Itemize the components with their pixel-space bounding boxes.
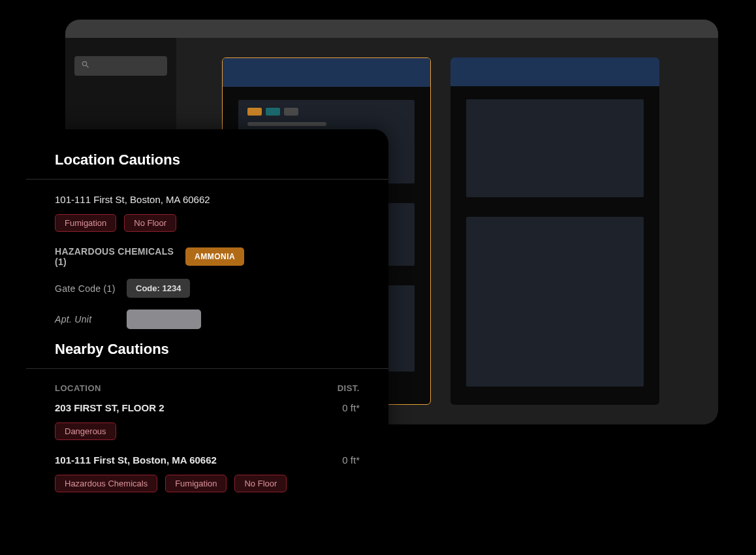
- gate-code-value[interactable]: Code: 1234: [127, 279, 190, 298]
- caution-tag-hazardous-chemicals[interactable]: Hazardous Chemicals: [55, 475, 157, 492]
- search-icon: [81, 60, 90, 72]
- nearby-location-row[interactable]: 101-111 First St, Boston, MA 60662 0 ft*: [55, 454, 360, 466]
- caution-tag-fumigation[interactable]: Fumigation: [55, 214, 116, 232]
- card-header: [450, 57, 659, 86]
- skeleton-tag: [247, 108, 262, 116]
- window-titlebar: [65, 20, 718, 38]
- nearby-location: 101-111 First St, Boston, MA 60662: [55, 454, 217, 466]
- nearby-tags: Hazardous Chemicals Fumigation No Floor: [55, 475, 360, 492]
- col-distance: DIST.: [338, 383, 360, 393]
- incident-card[interactable]: [450, 57, 659, 405]
- search-input[interactable]: [74, 56, 167, 76]
- apt-unit-row: Apt. Unit: [55, 309, 360, 329]
- skeleton-tag: [284, 108, 298, 116]
- hazardous-chemicals-label: HAZARDOUS CHEMICALS (1): [55, 246, 185, 267]
- skeleton-line: [247, 122, 326, 126]
- apt-unit-input[interactable]: [127, 309, 201, 329]
- apt-unit-label: Apt. Unit: [55, 314, 127, 325]
- nearby-cautions-title: Nearby Cautions: [26, 341, 388, 369]
- cautions-panel: Location Cautions 101-111 First St, Bost…: [26, 129, 388, 533]
- nearby-location-row[interactable]: 203 FIRST ST, FLOOR 2 0 ft*: [55, 402, 360, 413]
- caution-tag-dangerous[interactable]: Dangerous: [55, 422, 116, 440]
- chemical-tag-ammonia[interactable]: AMMONIA: [185, 247, 244, 266]
- col-location: LOCATION: [55, 383, 101, 393]
- location-cautions-title: Location Cautions: [26, 151, 388, 180]
- card-section: [466, 99, 644, 197]
- hazardous-chemicals-row: HAZARDOUS CHEMICALS (1) AMMONIA: [55, 246, 360, 267]
- caution-tag-no-floor[interactable]: No Floor: [234, 475, 287, 492]
- caution-tag-fumigation[interactable]: Fumigation: [165, 475, 227, 492]
- gate-code-row: Gate Code (1) Code: 1234: [55, 279, 360, 298]
- nearby-location: 203 FIRST ST, FLOOR 2: [55, 402, 165, 413]
- nearby-tags: Dangerous: [55, 422, 360, 440]
- nearby-distance: 0 ft*: [342, 402, 360, 413]
- caution-tag-no-floor[interactable]: No Floor: [124, 214, 176, 232]
- gate-code-label: Gate Code (1): [55, 283, 127, 294]
- card-section: [466, 217, 644, 387]
- caution-tags: Fumigation No Floor: [55, 214, 360, 232]
- location-address: 101-111 First St, Boston, MA 60662: [55, 194, 360, 205]
- card-header: [223, 58, 430, 87]
- nearby-distance: 0 ft*: [342, 454, 360, 466]
- nearby-table-header: LOCATION DIST.: [55, 383, 360, 393]
- skeleton-tag: [266, 108, 280, 116]
